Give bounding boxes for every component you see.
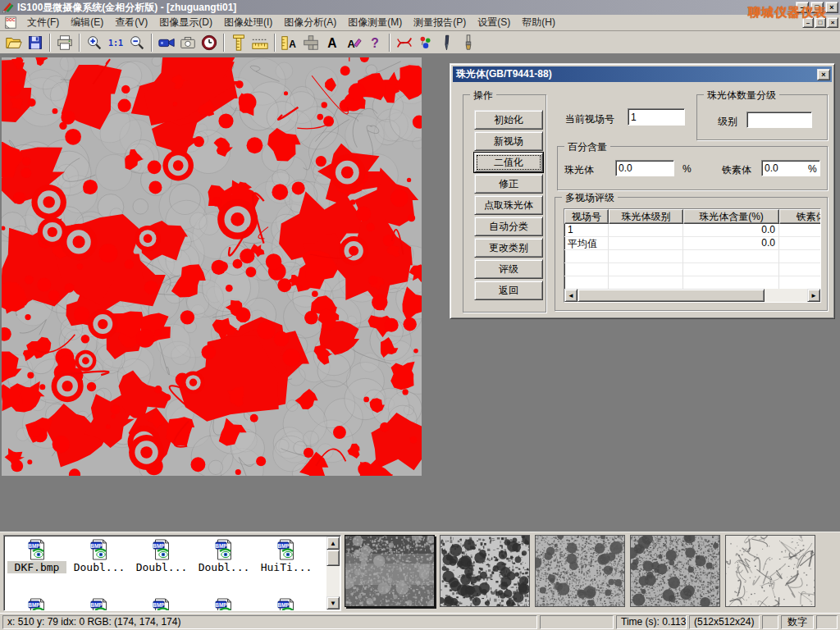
table-header-cell[interactable]: 珠光体级别 xyxy=(609,209,683,224)
table-cell xyxy=(779,263,821,276)
table-row[interactable] xyxy=(564,263,820,276)
scroll-left-icon[interactable]: ◄ xyxy=(564,289,578,302)
return-button[interactable]: 返回 xyxy=(474,281,543,300)
table-row[interactable] xyxy=(564,276,820,290)
pen-icon[interactable] xyxy=(436,32,458,52)
scroll-up-icon[interactable]: ▲ xyxy=(326,536,340,550)
file-item[interactable]: BMPDoubl... xyxy=(132,539,191,573)
table-cell xyxy=(609,224,683,237)
curve-tool-icon[interactable] xyxy=(394,32,415,52)
scroll-down-icon[interactable]: ▼ xyxy=(326,596,340,609)
table-cell xyxy=(609,250,683,263)
table-cell xyxy=(564,263,609,276)
clock-icon[interactable] xyxy=(199,32,220,52)
table-header-cell[interactable]: 珠光体含量(%) xyxy=(683,209,779,224)
file-item-partial[interactable]: BMP xyxy=(257,598,316,611)
menu-file[interactable]: 文件(F) xyxy=(21,14,65,31)
table-cell xyxy=(683,276,779,290)
multi-field-legend: 多视场评级 xyxy=(562,191,618,205)
table-row[interactable]: 平均值0.0 xyxy=(564,237,820,250)
ruler-icon[interactable] xyxy=(249,32,271,52)
dialog-close-icon[interactable]: × xyxy=(817,69,830,80)
file-item[interactable]: BMPDoubl... xyxy=(194,539,253,573)
brush-icon[interactable] xyxy=(458,32,479,52)
table-header-cell[interactable]: 铁素体含量(%) xyxy=(779,209,821,224)
video-camera-icon[interactable] xyxy=(156,32,177,52)
menu-help[interactable]: 帮助(H) xyxy=(516,14,561,31)
auto-classify-button[interactable]: 自动分类 xyxy=(474,217,543,236)
file-item[interactable]: BMPDoubl... xyxy=(70,539,129,573)
zoom-out-icon[interactable] xyxy=(126,32,148,52)
table-row[interactable]: 10.0 xyxy=(564,224,820,237)
thumbnail-3[interactable] xyxy=(535,535,625,607)
annotate-icon[interactable]: A xyxy=(343,32,364,52)
init-button[interactable]: 初始化 xyxy=(474,110,543,130)
binarize-button[interactable]: 二值化 xyxy=(474,153,543,172)
child-close-button[interactable]: × xyxy=(827,17,838,28)
rating-table: 视场号珠光体级别珠光体含量(%)铁素体含量(%) 10.0平均值0.0 ◄ ► xyxy=(564,208,821,303)
table-row[interactable] xyxy=(564,250,820,263)
thumbnail-5[interactable] xyxy=(725,535,815,607)
close-button[interactable]: × xyxy=(825,2,838,13)
change-class-button[interactable]: 更改类别 xyxy=(474,238,543,258)
toolbar: 1:1AAA? xyxy=(0,31,840,54)
menu-image-display[interactable]: 图像显示(D) xyxy=(153,14,218,31)
document-icon[interactable]: DOC xyxy=(3,16,18,30)
file-item-partial[interactable]: BMP xyxy=(7,598,66,611)
measure-text-icon[interactable]: A xyxy=(279,32,300,52)
current-field-input[interactable] xyxy=(628,108,685,126)
thumbnail-1[interactable] xyxy=(345,535,435,607)
table-cell xyxy=(683,263,779,276)
file-item-selected[interactable]: BMPDKF.bmp xyxy=(7,539,66,573)
pearlite-dialog: 珠光体(GB/T9441-88) × 操作 初始化新视场二值化修正点取珠光体自动… xyxy=(450,63,835,319)
table-header-cell[interactable]: 视场号 xyxy=(564,209,609,224)
vscroll-thumb[interactable] xyxy=(326,550,340,566)
file-list-scrollbar[interactable]: ▲ ▼ xyxy=(326,536,340,609)
new-field-button[interactable]: 新视场 xyxy=(474,131,543,151)
menu-image-analysis[interactable]: 图像分析(A) xyxy=(278,14,342,31)
bmp-file-icon: BMP xyxy=(27,539,47,560)
photo-camera-icon[interactable] xyxy=(177,32,199,52)
save-icon[interactable] xyxy=(25,32,46,52)
bmp-file-icon: BMP xyxy=(152,598,171,611)
pick-pearlite-button[interactable]: 点取珠光体 xyxy=(474,195,543,215)
menu-image-measure[interactable]: 图像测量(M) xyxy=(342,14,408,31)
menu-view[interactable]: 查看(V) xyxy=(109,14,153,31)
file-item[interactable]: BMPHuiTi... xyxy=(257,539,316,573)
caliper-icon[interactable] xyxy=(228,32,249,52)
hscroll-thumb[interactable] xyxy=(578,289,765,302)
text-icon[interactable]: A xyxy=(322,32,343,52)
menu-edit[interactable]: 编辑(E) xyxy=(65,14,109,31)
file-item-partial[interactable]: BMP xyxy=(194,598,253,611)
status-empty-2 xyxy=(762,615,778,629)
grade-input[interactable] xyxy=(746,112,812,128)
metallograph-image[interactable] xyxy=(2,57,422,476)
thumbnail-4[interactable] xyxy=(630,535,720,607)
pearlite-percent-input[interactable] xyxy=(615,160,674,176)
menu-measure-report[interactable]: 测量报告(P) xyxy=(408,14,472,31)
dialog-title: 珠光体(GB/T9441-88) xyxy=(456,67,552,81)
dialog-title-bar[interactable]: 珠光体(GB/T9441-88) × xyxy=(453,66,832,82)
open-icon[interactable] xyxy=(3,32,25,52)
svg-text:BMP: BMP xyxy=(28,602,40,608)
help-icon[interactable]: ? xyxy=(364,32,386,52)
bmp-file-icon: BMP xyxy=(276,539,296,560)
color-points-icon[interactable] xyxy=(415,32,436,52)
print-icon[interactable] xyxy=(54,32,75,52)
pearlite-label: 珠光体 xyxy=(564,163,594,177)
grid-measure-icon[interactable] xyxy=(300,32,322,52)
table-hscrollbar[interactable]: ◄ ► xyxy=(564,289,820,302)
vendor-watermark: 聊城仪器仪表 xyxy=(748,5,827,21)
file-item-partial[interactable]: BMP xyxy=(132,598,191,611)
grade-button[interactable]: 评级 xyxy=(474,259,543,279)
menu-image-process[interactable]: 图像处理(I) xyxy=(218,14,278,31)
file-name: DKF.bmp xyxy=(7,561,66,573)
zoom-in-icon[interactable] xyxy=(84,32,105,52)
menu-settings[interactable]: 设置(S) xyxy=(472,14,516,31)
correct-button[interactable]: 修正 xyxy=(474,174,543,194)
svg-text:A: A xyxy=(289,38,296,49)
scroll-right-icon[interactable]: ► xyxy=(807,289,820,302)
thumbnail-2[interactable] xyxy=(440,535,530,607)
file-item-partial[interactable]: BMP xyxy=(70,598,129,611)
actual-size-icon[interactable]: 1:1 xyxy=(105,32,126,52)
